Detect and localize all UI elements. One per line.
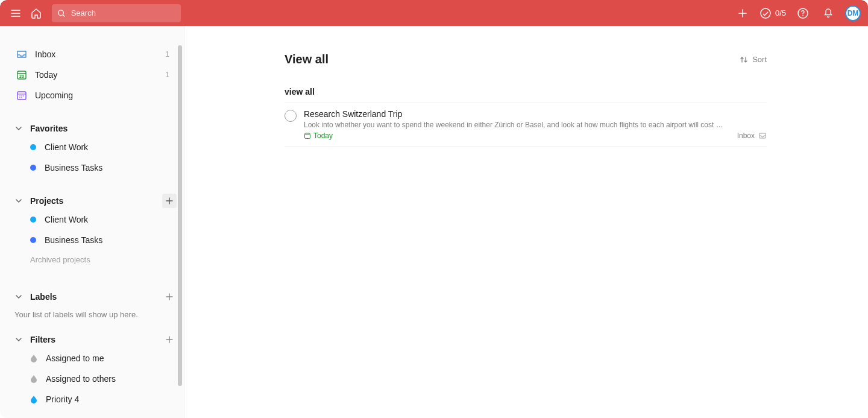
body: Inbox 1 20 Today 1 Upcoming bbox=[0, 26, 868, 418]
sidebar-item-today[interactable]: 20 Today 1 bbox=[4, 65, 184, 85]
sidebar: Inbox 1 20 Today 1 Upcoming bbox=[0, 26, 184, 418]
sidebar-item-label: Inbox bbox=[35, 49, 55, 59]
task-project[interactable]: Inbox bbox=[737, 131, 767, 140]
hamburger-icon bbox=[10, 7, 22, 19]
project-item[interactable]: Client Work bbox=[4, 209, 184, 230]
svg-text:20: 20 bbox=[19, 74, 24, 78]
favorites-section: Favorites Client Work Business Tasks bbox=[4, 120, 184, 178]
avatar[interactable]: DM bbox=[845, 5, 861, 21]
list-item-label: Assigned to me bbox=[46, 353, 104, 363]
sidebar-item-inbox[interactable]: Inbox 1 bbox=[4, 44, 184, 65]
productivity-button[interactable]: 0/5 bbox=[760, 7, 786, 19]
topbar-left bbox=[7, 4, 181, 22]
topbar: 0/5 DM bbox=[0, 0, 868, 26]
svg-point-3 bbox=[802, 15, 804, 16]
project-item[interactable]: Business Tasks bbox=[4, 230, 184, 250]
favorite-item[interactable]: Business Tasks bbox=[4, 157, 184, 178]
labels-section: Labels Your list of labels will show up … bbox=[4, 288, 184, 319]
page-title: View all bbox=[285, 52, 329, 66]
task-footer: Today Inbox bbox=[304, 131, 767, 140]
task-row[interactable]: Research Switzerland Trip Look into whet… bbox=[285, 103, 767, 147]
inbox-icon bbox=[758, 131, 767, 140]
filter-item[interactable]: Priority 4 bbox=[4, 389, 184, 410]
page-header: View all Sort bbox=[285, 52, 767, 66]
filter-item[interactable]: Assigned to others bbox=[4, 369, 184, 389]
svg-point-1 bbox=[761, 8, 770, 18]
sort-button[interactable]: Sort bbox=[739, 55, 767, 65]
list-item-label: Business Tasks bbox=[45, 235, 102, 245]
favorites-header[interactable]: Favorites bbox=[4, 120, 184, 137]
inbox-icon bbox=[14, 48, 29, 60]
sidebar-item-label: Upcoming bbox=[35, 90, 73, 100]
search-input[interactable] bbox=[70, 8, 176, 18]
sort-icon bbox=[739, 55, 749, 65]
task-project-label: Inbox bbox=[737, 131, 755, 140]
task-title: Research Switzerland Trip bbox=[304, 109, 767, 119]
list-item-label: Client Work bbox=[45, 142, 88, 152]
sort-label: Sort bbox=[752, 55, 767, 64]
productivity-count: 0/5 bbox=[775, 8, 786, 17]
filters-header[interactable]: Filters bbox=[4, 331, 184, 348]
list-item-label: Client Work bbox=[45, 215, 88, 224]
project-color-dot bbox=[30, 217, 36, 223]
section-title: Favorites bbox=[30, 124, 68, 133]
drop-icon bbox=[30, 354, 37, 363]
section-title: Filters bbox=[30, 335, 55, 344]
main-content: View all Sort view all Research Switzerl… bbox=[184, 26, 868, 418]
plus-icon bbox=[165, 335, 174, 344]
chevron-down-icon bbox=[14, 197, 27, 205]
svg-point-0 bbox=[58, 10, 64, 15]
home-button[interactable] bbox=[28, 5, 45, 22]
task-description: Look into whether you want to spend the … bbox=[304, 121, 767, 129]
notifications-button[interactable] bbox=[820, 5, 837, 22]
labels-header[interactable]: Labels bbox=[4, 288, 184, 305]
list-item-label: Assigned to others bbox=[46, 374, 116, 384]
svg-rect-7 bbox=[305, 133, 310, 139]
home-icon bbox=[30, 7, 42, 19]
list-item-label: Priority 4 bbox=[46, 394, 79, 404]
task-body: Research Switzerland Trip Look into whet… bbox=[304, 109, 767, 140]
menu-button[interactable] bbox=[7, 5, 24, 22]
project-color-dot bbox=[30, 237, 36, 243]
chevron-down-icon bbox=[14, 335, 27, 344]
help-icon bbox=[797, 7, 809, 19]
help-button[interactable] bbox=[794, 5, 811, 22]
add-filter-button[interactable] bbox=[162, 332, 177, 347]
app-window: 0/5 DM Inbox 1 bbox=[0, 0, 868, 418]
calendar-icon bbox=[304, 132, 311, 139]
drop-icon bbox=[30, 395, 37, 404]
sidebar-item-count: 1 bbox=[165, 71, 169, 79]
filters-section: Filters Assigned to me bbox=[4, 331, 184, 410]
main-inner: View all Sort view all Research Switzerl… bbox=[285, 52, 767, 147]
filter-item[interactable]: Assigned to me bbox=[4, 348, 184, 369]
topbar-right: 0/5 DM bbox=[734, 5, 861, 22]
search-icon bbox=[57, 8, 66, 19]
add-label-button[interactable] bbox=[162, 290, 177, 304]
task-checkbox[interactable] bbox=[285, 110, 297, 122]
list-item-label: Business Tasks bbox=[45, 163, 102, 173]
task-due: Today bbox=[304, 131, 333, 140]
archived-projects-link[interactable]: Archived projects bbox=[4, 250, 184, 264]
project-color-dot bbox=[30, 144, 36, 150]
search-box[interactable] bbox=[52, 4, 181, 22]
task-due-label: Today bbox=[313, 131, 333, 140]
bell-icon bbox=[822, 7, 834, 19]
quick-add-button[interactable] bbox=[734, 5, 751, 22]
sidebar-scrollbar[interactable] bbox=[178, 45, 182, 386]
sidebar-item-upcoming[interactable]: Upcoming bbox=[4, 85, 184, 106]
drop-icon bbox=[30, 375, 37, 383]
favorite-item[interactable]: Client Work bbox=[4, 137, 184, 157]
sidebar-item-label: Today bbox=[35, 70, 57, 80]
task-checkbox-wrap bbox=[285, 109, 304, 140]
sidebar-scroll[interactable]: Inbox 1 20 Today 1 Upcoming bbox=[0, 26, 184, 418]
add-project-button[interactable] bbox=[162, 194, 177, 208]
project-color-dot bbox=[30, 165, 36, 171]
plus-icon bbox=[165, 196, 174, 206]
labels-empty-text: Your list of labels will show up here. bbox=[4, 305, 184, 319]
plus-icon bbox=[737, 7, 749, 19]
projects-header[interactable]: Projects bbox=[4, 192, 184, 209]
sidebar-item-count: 1 bbox=[165, 50, 169, 59]
chevron-down-icon bbox=[14, 124, 27, 133]
chevron-down-icon bbox=[14, 293, 27, 301]
calendar-upcoming-icon bbox=[14, 89, 29, 101]
